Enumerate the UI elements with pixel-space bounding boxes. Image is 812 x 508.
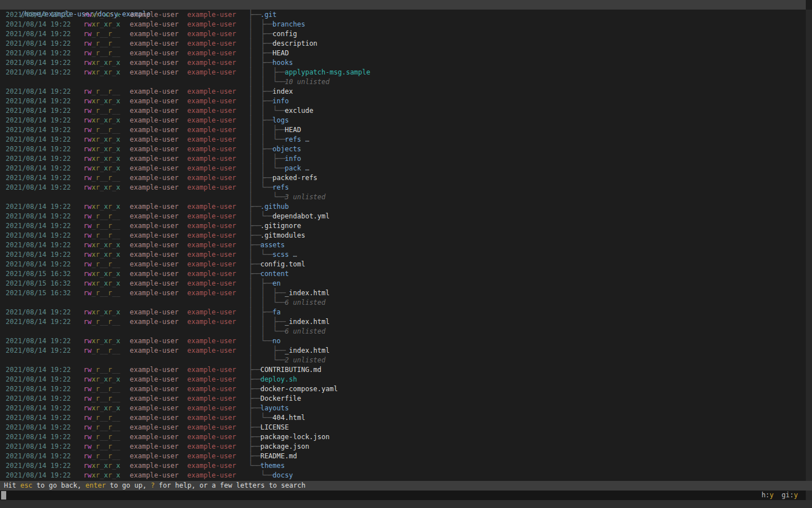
- tree-row[interactable]: 2021/08/14 19:22rw_r__r__example-userexa…: [0, 317, 806, 327]
- directory-name[interactable]: en: [272, 279, 280, 288]
- tree-row[interactable]: 2021/08/14 19:22rwxr_xr_xexample-userexa…: [0, 183, 806, 192]
- file-name[interactable]: 404.html: [272, 413, 305, 423]
- tree-row[interactable]: 2021/08/14 19:22rwxr_xr_xexample-userexa…: [0, 240, 806, 250]
- file-name[interactable]: _index.html: [285, 288, 329, 298]
- tree-row[interactable]: 2021/08/14 19:22rwxr_xr_xexample-userexa…: [0, 154, 806, 164]
- permissions: rwxr_xr_x: [83, 250, 120, 260]
- executable-file-name[interactable]: applypatch-msg.sample: [285, 68, 370, 77]
- owner-name: example-user: [130, 183, 179, 192]
- directory-name[interactable]: no: [272, 336, 280, 346]
- file-name[interactable]: docker-compose.yaml: [261, 384, 338, 394]
- tree-row[interactable]: 2021/08/14 19:22rwxr_xr_xexample-userexa…: [0, 250, 806, 260]
- tree-row[interactable]: 2021/08/14 19:22rwxr_xr_xexample-userexa…: [0, 404, 806, 413]
- tree-row[interactable]: 2021/08/14 19:22rwxr_xr_xexample-userexa…: [0, 144, 806, 154]
- tree-row[interactable]: 2021/08/14 19:22rw_r__r__example-userexa…: [0, 125, 806, 135]
- directory-name[interactable]: scss: [272, 250, 289, 260]
- tree-row[interactable]: 2021/08/14 19:22rw_r__r__example-userexa…: [0, 346, 806, 356]
- tree-row[interactable]: 2021/08/14 19:22rwxr_xr_xexample-userexa…: [0, 58, 806, 68]
- file-name[interactable]: exclude: [285, 106, 314, 116]
- tree-row[interactable]: 2021/08/14 19:22rw_r__r__example-userexa…: [0, 106, 806, 116]
- file-name[interactable]: config.toml: [261, 260, 305, 269]
- tree-row[interactable]: 2021/08/14 19:22rwxr_xr_xexample-userexa…: [0, 20, 806, 29]
- owner-name: example-user: [130, 173, 179, 183]
- tree-row[interactable]: 2021/08/14 19:22rw_r__r__example-userexa…: [0, 87, 806, 97]
- directory-name[interactable]: .github: [261, 202, 289, 212]
- tree-row[interactable]: 2021/08/14 19:22rwxr_xr_xexample-userexa…: [0, 471, 806, 480]
- file-name[interactable]: package.json: [261, 442, 310, 452]
- tree-row[interactable]: 2021/08/14 19:22rw_r__r__example-userexa…: [0, 173, 806, 183]
- tree-row[interactable]: 2021/08/14 19:22rwxr_xr_xexample-userexa…: [0, 10, 806, 20]
- file-name[interactable]: HEAD: [272, 49, 289, 58]
- tree-row[interactable]: 2021/08/14 19:22rw_r__r__example-userexa…: [0, 49, 806, 58]
- group-name: example-user: [187, 20, 236, 29]
- file-name[interactable]: LICENSE: [261, 423, 289, 432]
- directory-name[interactable]: themes: [261, 461, 285, 471]
- tree-row[interactable]: 2021/08/14 19:22rwxr_xr_xexample-userexa…: [0, 336, 806, 346]
- file-name[interactable]: dependabot.yml: [272, 212, 329, 221]
- tree-row[interactable]: 2021/08/15 16:32rw_r__r__example-userexa…: [0, 288, 806, 298]
- tree-row[interactable]: 2021/08/14 19:22rw_r__r__example-userexa…: [0, 212, 806, 221]
- tree-row[interactable]: 2021/08/14 19:22rw_r__r__example-userexa…: [0, 452, 806, 461]
- file-name[interactable]: .gitignore: [261, 221, 301, 231]
- tree-row[interactable]: 2021/08/14 19:22rw_r__r__example-userexa…: [0, 384, 806, 394]
- tree-row[interactable]: 2021/08/14 19:22rwxr_xr_xexample-userexa…: [0, 116, 806, 125]
- verb-hints: h:ygi:y: [761, 491, 798, 500]
- directory-name[interactable]: hooks: [272, 58, 293, 68]
- executable-file-name[interactable]: deploy.sh: [261, 375, 297, 384]
- directory-name[interactable]: docsy: [272, 471, 293, 480]
- directory-name[interactable]: info: [285, 154, 301, 164]
- tree-row[interactable]: 2021/08/14 19:22rw_r__r__example-userexa…: [0, 432, 806, 442]
- permissions: rw_r__r__: [83, 212, 120, 221]
- tree-row[interactable]: 2021/08/14 19:22rw_r__r__example-userexa…: [0, 394, 806, 404]
- tree-row[interactable]: 2021/08/14 19:22rw_r__r__example-userexa…: [0, 423, 806, 432]
- directory-name[interactable]: logs: [272, 116, 289, 125]
- tree-row[interactable]: 2021/08/14 19:22rw_r__r__example-userexa…: [0, 221, 806, 231]
- tree-row[interactable]: 2021/08/14 19:22rw_r__r__example-userexa…: [0, 231, 806, 240]
- tree-row[interactable]: 2021/08/14 19:22rw_r__r__example-userexa…: [0, 365, 806, 375]
- tree-row[interactable]: 2021/08/14 19:22rw_r__r__example-userexa…: [0, 260, 806, 269]
- tree-row[interactable]: 2021/08/14 19:22rw_r__r__example-userexa…: [0, 413, 806, 423]
- directory-name[interactable]: pack: [285, 164, 301, 173]
- file-name[interactable]: CONTRIBUTING.md: [261, 365, 321, 375]
- tree-row[interactable]: 2021/08/15 16:32rwxr_xr_xexample-userexa…: [0, 279, 806, 288]
- group-name: example-user: [187, 404, 236, 413]
- tree-row[interactable]: 2021/08/14 19:22rwxr_xr_xexample-userexa…: [0, 461, 806, 471]
- file-name[interactable]: .gitmodules: [261, 231, 305, 240]
- file-name[interactable]: HEAD: [285, 125, 301, 135]
- file-name[interactable]: packed-refs: [272, 173, 317, 183]
- file-name[interactable]: Dockerfile: [261, 394, 301, 404]
- file-name[interactable]: _index.html: [285, 346, 329, 356]
- directory-name[interactable]: content: [261, 269, 289, 279]
- search-input[interactable]: h:ygi:y: [0, 491, 806, 500]
- tree-row[interactable]: 2021/08/14 19:22rwxr_xr_xexample-userexa…: [0, 68, 806, 77]
- unlisted-count: 10 unlisted: [285, 77, 329, 87]
- group-name: example-user: [187, 384, 236, 394]
- tree-row[interactable]: 2021/08/15 16:32rwxr_xr_xexample-userexa…: [0, 269, 806, 279]
- tree-row[interactable]: 2021/08/14 19:22rw_r__r__example-userexa…: [0, 442, 806, 452]
- owner-name: example-user: [130, 125, 179, 135]
- tree-row[interactable]: 2021/08/14 19:22rwxr_xr_xexample-userexa…: [0, 202, 806, 212]
- file-name[interactable]: description: [272, 39, 317, 49]
- directory-name[interactable]: fa: [272, 308, 280, 317]
- directory-name[interactable]: refs: [272, 183, 289, 192]
- directory-name[interactable]: refs: [285, 135, 301, 144]
- tree-row[interactable]: 2021/08/14 19:22rwxr_xr_xexample-userexa…: [0, 97, 806, 106]
- tree-row[interactable]: 2021/08/14 19:22rw_r__r__example-userexa…: [0, 39, 806, 49]
- file-name[interactable]: README.md: [261, 452, 297, 461]
- file-name[interactable]: _index.html: [285, 317, 329, 327]
- file-name[interactable]: config: [272, 29, 297, 39]
- directory-name[interactable]: objects: [272, 144, 301, 154]
- directory-name[interactable]: info: [272, 97, 289, 106]
- directory-name[interactable]: branches: [272, 20, 305, 29]
- tree-row[interactable]: 2021/08/14 19:22rwxr_xr_xexample-userexa…: [0, 375, 806, 384]
- directory-name[interactable]: assets: [261, 240, 285, 250]
- file-name[interactable]: package-lock.json: [261, 432, 330, 442]
- tree-row[interactable]: 2021/08/14 19:22rwxr_xr_xexample-userexa…: [0, 135, 806, 144]
- tree-row[interactable]: 2021/08/14 19:22rwxr_xr_xexample-userexa…: [0, 164, 806, 173]
- tree-row[interactable]: 2021/08/14 19:22rw_r__r__example-userexa…: [0, 29, 806, 39]
- scrollbar-track[interactable]: [806, 10, 812, 500]
- file-name[interactable]: index: [272, 87, 293, 97]
- directory-name[interactable]: .git: [261, 10, 277, 20]
- tree-row[interactable]: 2021/08/14 19:22rwxr_xr_xexample-userexa…: [0, 308, 806, 317]
- directory-name[interactable]: layouts: [261, 404, 289, 413]
